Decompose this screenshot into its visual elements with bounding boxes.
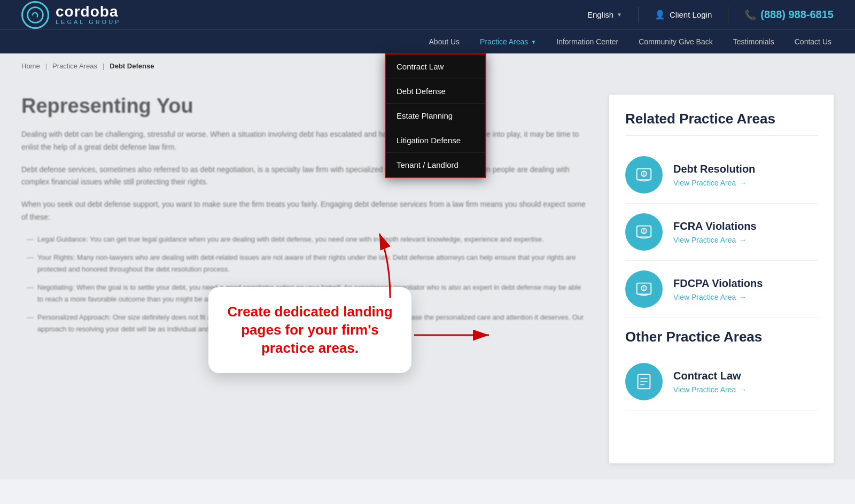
phone-number[interactable]: 📞 (888) 988-6815 [744, 9, 834, 21]
fdcpa-icon [625, 270, 663, 308]
phone-icon: 📞 [744, 9, 756, 21]
left-content: Representing You Dealing with debt can b… [21, 95, 609, 463]
nav-community[interactable]: Community Give Back [636, 31, 714, 52]
related-areas-title: Related Practice Areas [625, 111, 818, 136]
callout-annotation: Create dedicated landing pages for your … [208, 287, 411, 373]
breadcrumb-home[interactable]: Home [21, 62, 40, 70]
logo[interactable]: cordoba LEGAL GROUP [21, 1, 121, 29]
breadcrumb-practice[interactable]: Practice Areas [52, 62, 97, 70]
practice-areas-dropdown: Contract Law Debt Defense Estate Plannin… [385, 53, 486, 178]
practice-item-contract-law: Contract Law View Practice Area → [625, 353, 818, 410]
practice-info-fdcpa: FDCPA Violations View Practice Area → [673, 277, 818, 301]
page-title: Representing You [21, 95, 588, 118]
annotation-arrow-up [358, 228, 401, 300]
practice-dropdown-arrow: ▼ [531, 39, 536, 45]
practice-name-fdcpa: FDCPA Violations [673, 277, 818, 290]
nav-testimonials[interactable]: Testimonials [731, 31, 776, 52]
practice-name-contract-law: Contract Law [673, 370, 818, 382]
nav-info-center[interactable]: Information Center [554, 31, 620, 52]
practice-info-debt-resolution: Debt Resolution View Practice Area → [673, 163, 818, 187]
client-login-button[interactable]: 👤 Client Login [655, 10, 712, 20]
arrow-icon: → [739, 179, 747, 187]
practice-item-fdcpa: FDCPA Violations View Practice Area → [625, 261, 818, 318]
debt-resolution-icon [625, 156, 663, 193]
nav-about[interactable]: About Us [427, 31, 462, 52]
arrow-icon: → [739, 293, 747, 301]
practice-link-contract-law[interactable]: View Practice Area → [673, 385, 818, 394]
list-item: Legal Guidance: You can get true legal g… [27, 234, 588, 245]
nav-contact[interactable]: Contact Us [792, 31, 834, 52]
annotation-arrow-right [414, 319, 494, 353]
practice-item-fcra: FCRA Violations View Practice Area → [625, 204, 818, 261]
dropdown-item-litigation-defense[interactable]: Litigation Defense [386, 128, 485, 153]
divider2 [728, 7, 728, 23]
practice-item-debt-resolution: Debt Resolution View Practice Area → [625, 146, 818, 204]
top-right-controls: English ▼ 👤 Client Login 📞 (888) 988-681… [587, 7, 834, 23]
breadcrumb-sep1: | [45, 62, 47, 70]
practice-name-fcra: FCRA Violations [673, 220, 818, 232]
arrow-icon: → [739, 236, 747, 244]
practice-info-fcra: FCRA Violations View Practice Area → [673, 220, 818, 244]
dropdown-item-debt-defense[interactable]: Debt Defense [386, 79, 485, 104]
dropdown-item-estate-planning[interactable]: Estate Planning [386, 104, 485, 128]
dropdown-item-tenant-landlord[interactable]: Tenant / Landlord [386, 153, 485, 177]
breadcrumb-current: Debt Defense [110, 62, 154, 70]
practice-link-fdcpa[interactable]: View Practice Area → [673, 293, 818, 301]
list-item: Your Rights: Many non-lawyers who are de… [27, 252, 588, 275]
callout-text: Create dedicated landing pages for your … [227, 303, 393, 357]
svg-point-0 [28, 7, 43, 22]
nav-bar: About Us Practice Areas ▼ Information Ce… [0, 29, 855, 53]
language-selector[interactable]: English ▼ [587, 10, 622, 19]
logo-circle [21, 1, 49, 29]
divider [638, 7, 639, 23]
practice-name-debt-resolution: Debt Resolution [673, 163, 818, 175]
dropdown-item-contract-law[interactable]: Contract Law [386, 55, 485, 79]
body-para3: When you seek out debt defense support, … [21, 198, 588, 224]
top-bar: cordoba LEGAL GROUP English ▼ 👤 Client L… [0, 0, 855, 29]
other-areas-title: Other Practice Areas [625, 329, 818, 345]
fcra-icon [625, 213, 663, 251]
body-para1: Dealing with debt can be challenging, st… [21, 128, 588, 154]
breadcrumb-sep2: | [103, 62, 104, 70]
right-sidebar: Related Practice Areas Debt Resolution V… [609, 95, 834, 463]
nav-practice-areas[interactable]: Practice Areas ▼ [478, 31, 538, 52]
practice-link-fcra[interactable]: View Practice Area → [673, 236, 818, 244]
arrow-icon: → [739, 385, 747, 394]
lang-dropdown-arrow: ▼ [617, 12, 622, 18]
logo-text: cordoba LEGAL GROUP [56, 4, 121, 25]
body-para2: Debt defense services, sometimes also re… [21, 164, 588, 189]
practice-info-contract-law: Contract Law View Practice Area → [673, 370, 818, 394]
practice-link-debt-resolution[interactable]: View Practice Area → [673, 179, 818, 187]
contract-law-icon [625, 363, 663, 400]
person-icon: 👤 [655, 10, 665, 20]
